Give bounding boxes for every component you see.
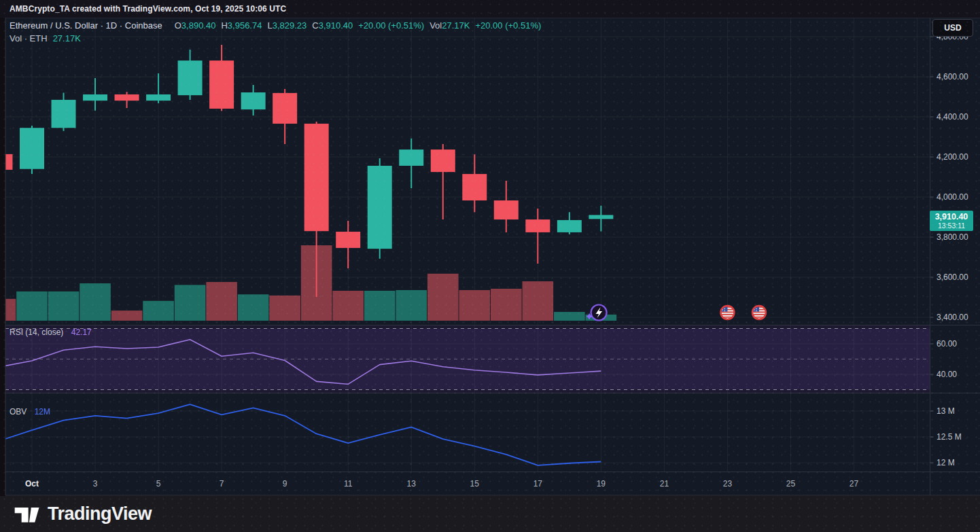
- footer-bar: TradingView: [0, 496, 980, 532]
- low-value: 3,829.23: [273, 20, 307, 31]
- chart-background: [5, 18, 980, 495]
- candle-body: [557, 220, 582, 232]
- time-tick-label: 13: [407, 479, 417, 489]
- axis-tick-label: 3,800.00: [937, 232, 968, 242]
- bar-close-countdown: 13:53:11: [938, 221, 965, 230]
- low-label: L: [267, 20, 272, 31]
- candle-body: [178, 60, 203, 95]
- axis-tick-label: 3,400.00: [937, 313, 968, 322]
- vol-change: +20.00 (+0.51%): [475, 20, 541, 31]
- open-value: 3,890.40: [181, 20, 216, 31]
- volume-bar: [111, 311, 143, 321]
- volume-legend[interactable]: Vol · ETH 27.17K: [10, 33, 81, 43]
- symbol-title: Ethereum / U.S. Dollar · 1D · Coinbase: [10, 20, 162, 31]
- candle-body: [273, 93, 297, 124]
- rsi-legend-value: 42.17: [71, 327, 92, 337]
- candle-body: [399, 149, 423, 166]
- high-label: H: [221, 20, 227, 31]
- volume-bar: [0, 299, 16, 321]
- candle-body: [209, 60, 234, 109]
- vol-value: 27.17K: [442, 20, 470, 31]
- axis-tick-label: 13 M: [937, 406, 955, 416]
- volume-bar: [175, 285, 206, 321]
- time-tick-label: Oct: [25, 479, 39, 489]
- volume-bar: [238, 294, 269, 321]
- close-label: C: [312, 20, 318, 31]
- rsi-legend-label: RSI (14, close): [10, 327, 63, 337]
- volume-legend-value: 27.17K: [53, 33, 81, 43]
- time-tick-label: 3: [93, 479, 98, 489]
- axis-tick-label: 4,400.00: [937, 112, 968, 122]
- volume-bar: [48, 291, 80, 321]
- candle-body: [431, 149, 455, 172]
- obv-legend-label: OBV: [10, 407, 27, 416]
- candle-body: [304, 124, 329, 231]
- volume-bar: [554, 312, 585, 321]
- attribution-text: AMBCrypto_TA created with TradingView.co…: [10, 4, 286, 14]
- tradingview-chart-page: { "header": { "attribution": "AMBCrypto_…: [0, 0, 980, 532]
- volume-bar: [459, 290, 490, 321]
- candle-body: [589, 215, 613, 219]
- candle-body: [52, 100, 76, 128]
- volume-bar: [332, 291, 364, 321]
- axis-tick-label: 12.5 M: [937, 432, 962, 442]
- time-tick-label: 19: [597, 479, 606, 489]
- volume-bar: [523, 281, 554, 321]
- tradingview-logo-icon: [14, 503, 41, 526]
- axis-tick-label: 40.00: [937, 370, 957, 379]
- axis-tick-label: 4,200.00: [937, 152, 968, 162]
- price-change: +20.00 (+0.51%): [358, 20, 424, 31]
- last-price-value: 3,910.40: [935, 212, 968, 221]
- volume-bar: [80, 283, 111, 321]
- high-value: 3,956.74: [228, 20, 262, 31]
- time-tick-label: 23: [723, 479, 733, 489]
- tradingview-logo[interactable]: TradingView: [14, 503, 152, 526]
- volume-bar: [364, 291, 396, 321]
- time-tick-label: 17: [533, 479, 543, 489]
- axis-tick-label: 3,600.00: [937, 272, 968, 282]
- time-tick-label: 7: [220, 479, 224, 489]
- volume-bar: [206, 282, 237, 321]
- candle-body: [525, 219, 550, 232]
- rsi-legend[interactable]: RSI (14, close) 42.17: [10, 327, 92, 337]
- candle-body: [83, 94, 107, 101]
- us-flag-event-icon[interactable]: [752, 306, 766, 319]
- volume-legend-label: Vol · ETH: [10, 33, 48, 43]
- symbol-legend[interactable]: Ethereum / U.S. Dollar · 1D · Coinbase O…: [10, 20, 541, 31]
- obv-legend-value: 12M: [35, 407, 50, 416]
- currency-toggle-button[interactable]: USD: [932, 19, 973, 37]
- tradingview-brand-text: TradingView: [48, 503, 152, 525]
- volume-bar: [396, 290, 427, 321]
- us-flag-event-icon[interactable]: [720, 306, 734, 319]
- attribution-bar: AMBCrypto_TA created with TradingView.co…: [0, 0, 980, 18]
- obv-legend[interactable]: OBV 12M: [10, 407, 50, 416]
- volume-bar: [269, 296, 300, 321]
- time-tick-label: 11: [344, 479, 353, 489]
- candle-body: [241, 92, 266, 109]
- candle-body: [368, 166, 392, 249]
- time-tick-label: 21: [660, 479, 669, 489]
- volume-bar: [427, 274, 459, 321]
- axis-tick-label: 4,000.00: [937, 192, 968, 202]
- candle-body: [336, 232, 360, 248]
- time-tick-label: 27: [850, 479, 859, 489]
- close-value: 3,910.40: [319, 20, 353, 31]
- volume-bar: [491, 289, 522, 321]
- candle-body: [146, 94, 171, 101]
- volume-bar: [143, 301, 174, 321]
- axis-tick-label: 12 M: [937, 458, 955, 467]
- candle-body: [115, 94, 139, 101]
- vol-label: Vol: [430, 20, 442, 31]
- volume-bar: [16, 291, 48, 321]
- candle-body: [494, 200, 519, 219]
- candle-body: [0, 154, 12, 170]
- candle-body: [462, 174, 487, 200]
- last-price-badge[interactable]: 3,910.40 13:53:11: [930, 211, 973, 231]
- time-tick-label: 25: [786, 479, 796, 489]
- chart-canvas[interactable]: 4,800.004,600.004,400.004,200.004,000.00…: [0, 0, 980, 532]
- time-tick-label: 15: [470, 479, 480, 489]
- candle-body: [20, 128, 44, 169]
- time-tick-label: 9: [283, 479, 287, 489]
- time-tick-label: 5: [156, 479, 161, 489]
- axis-tick-label: 60.00: [937, 339, 957, 349]
